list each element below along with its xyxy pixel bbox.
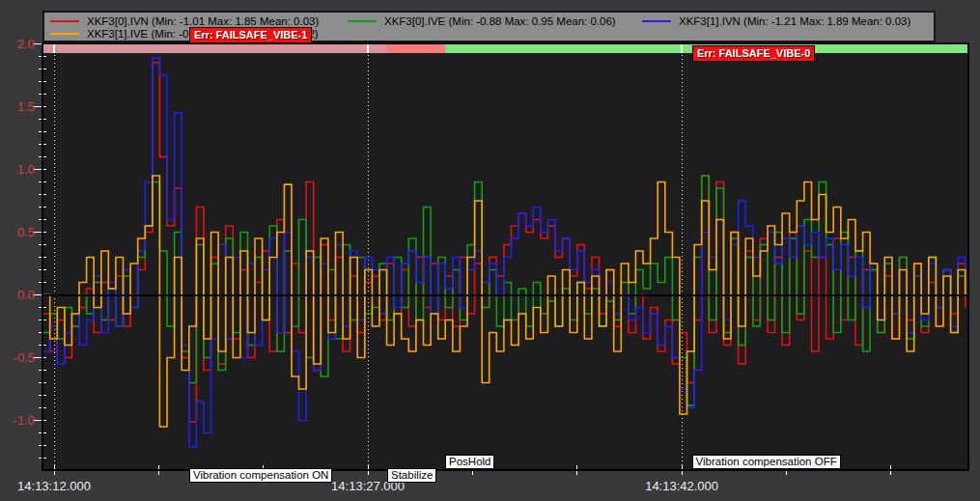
event-label: PosHold [445, 455, 494, 469]
time-axis-label: 14:13:12.000 [0, 479, 112, 493]
y-axis-label: 0.5 [0, 225, 35, 239]
legend-swatch-icon [50, 33, 79, 35]
error-marker-label: Err: FAILSAFE_VIBE-0 [692, 45, 815, 62]
plot-canvas[interactable] [0, 0, 980, 501]
y-axis-label: -0.5 [0, 350, 35, 365]
legend-entry-XKF3[0].IVE[interactable]: XKF3[0].IVE (Min: -0.88 Max: 0.95 Mean: … [348, 14, 616, 28]
error-marker-label: Err: FAILSAFE_VIBE-1 [189, 27, 312, 43]
legend-entry-XKF3[1].IVN[interactable]: XKF3[1].IVN (Min: -1.21 Max: 1.89 Mean: … [642, 14, 910, 28]
y-axis-label: 1.5 [0, 99, 35, 114]
log-plot-window: XKF3[0].IVN (Min: -1.01 Max: 1.85 Mean: … [0, 0, 980, 501]
y-axis-label: 2.0 [0, 37, 35, 51]
legend-entry-label: XKF3[0].IVE (Min: -0.88 Max: 0.95 Mean: … [384, 15, 616, 27]
event-label: Vibration compensation OFF [692, 455, 841, 469]
time-axis-label: 14:13:42.000 [624, 479, 740, 493]
legend-box: XKF3[0].IVN (Min: -1.01 Max: 1.85 Mean: … [42, 11, 936, 42]
y-axis-label: 1.0 [0, 162, 35, 177]
flight-mode-segment-0 [42, 44, 387, 53]
flight-mode-bar [42, 44, 968, 53]
legend-swatch-icon [642, 20, 671, 22]
legend-entry-label: XKF3[0].IVN (Min: -1.01 Max: 1.85 Mean: … [87, 15, 319, 27]
event-label: Stabilize [387, 468, 436, 483]
flight-mode-segment-1 [387, 44, 445, 53]
legend-swatch-icon [348, 20, 377, 22]
legend-entry-label: XKF3[1].IVN (Min: -1.21 Max: 1.89 Mean: … [679, 15, 910, 27]
legend-entry-XKF3[0].IVN[interactable]: XKF3[0].IVN (Min: -1.01 Max: 1.85 Mean: … [50, 14, 319, 28]
event-label: Vibration compensation ON [189, 468, 332, 483]
y-axis-label: 0.0 [0, 288, 35, 302]
y-axis-label: -1.0 [0, 413, 35, 428]
legend-swatch-icon [50, 20, 79, 22]
